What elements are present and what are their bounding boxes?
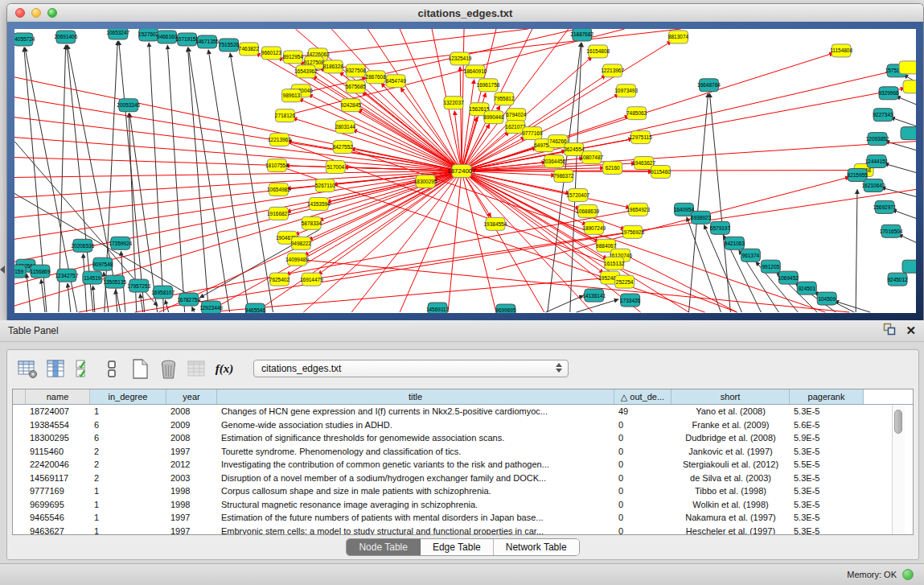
- graph-node[interactable]: 9329966: [878, 87, 899, 100]
- graph-node[interactable]: 7463822: [239, 43, 260, 56]
- graph-node[interactable]: 20691406: [54, 31, 77, 43]
- graph-node[interactable]: 20364456: [542, 155, 565, 168]
- graph-node[interactable]: 1733426: [620, 294, 641, 307]
- graph-node[interactable]: 19756928: [621, 225, 644, 238]
- graph-node[interactable]: 989613: [281, 89, 301, 102]
- tab-node-table[interactable]: Node Table: [347, 539, 421, 555]
- import-table-icon[interactable]: [186, 357, 207, 380]
- window-titlebar[interactable]: citations_edges.txt: [7, 4, 923, 23]
- graph-node[interactable]: 16914479: [300, 273, 323, 286]
- graph-node[interactable]: 114519: [83, 271, 102, 284]
- column-header[interactable]: title: [217, 389, 614, 404]
- graph-node[interactable]: 19654923: [626, 203, 650, 216]
- graph-node[interactable]: 8813074: [668, 31, 689, 43]
- graph-node[interactable]: 10973493: [614, 84, 638, 97]
- graph-node[interactable]: 5675685: [346, 80, 367, 93]
- graph-node[interactable]: 14136141: [582, 289, 606, 302]
- table-row[interactable]: 1830029562008Estimation of significance …: [13, 431, 913, 445]
- graph-node[interactable]: 10653247: [106, 29, 129, 39]
- vertical-scrollbar[interactable]: [892, 405, 905, 534]
- table-options-icon[interactable]: [17, 357, 38, 380]
- graph-node[interactable]: 9097548: [92, 257, 113, 270]
- graph-node[interactable]: 10807487: [580, 151, 603, 164]
- graph-node[interactable]: 19166827: [267, 207, 290, 220]
- graph-node[interactable]: 18107554: [265, 159, 289, 172]
- tab-network-table[interactable]: Network Table: [494, 539, 579, 555]
- graph-node[interactable]: 2718126: [275, 109, 296, 122]
- graph-node[interactable]: 62160: [603, 162, 622, 175]
- select-all-icon[interactable]: [73, 357, 94, 380]
- graph-node[interactable]: 8912954: [283, 51, 304, 64]
- graph-node[interactable]: 14671355: [195, 35, 219, 48]
- graph-node[interactable]: 18300295: [414, 175, 437, 187]
- graph-node[interactable]: 8427552: [333, 141, 354, 154]
- graph-node[interactable]: 20206536: [71, 239, 94, 252]
- graph-node[interactable]: 14099489: [285, 253, 309, 266]
- graph-node[interactable]: 14055724: [14, 33, 35, 46]
- column-header[interactable]: [13, 389, 26, 404]
- graph-node[interactable]: 16958107: [151, 286, 175, 299]
- zoom-window-icon[interactable]: [47, 8, 57, 18]
- graph-node[interactable]: 5267110: [315, 179, 335, 192]
- graph-node[interactable]: 11154808: [830, 44, 852, 57]
- graph-node[interactable]: 12213967: [601, 64, 624, 77]
- graph-node[interactable]: 9421063: [725, 237, 745, 249]
- graph-node[interactable]: 16543962: [294, 65, 318, 78]
- graph-node[interactable]: 1615132: [604, 257, 625, 270]
- graph-node[interactable]: 16210643: [862, 179, 885, 192]
- graph-node[interactable]: 2867608: [366, 71, 387, 84]
- close-window-icon[interactable]: [15, 8, 25, 18]
- network-graph[interactable]: 1405572420691406106532471527602946616010…: [14, 29, 916, 313]
- graph-node[interactable]: 9465546: [245, 303, 266, 313]
- float-window-icon[interactable]: [883, 323, 896, 339]
- graph-node[interactable]: [899, 61, 916, 74]
- table-row[interactable]: 911546021997Tourette syndrome. Phenomeno…: [13, 445, 913, 459]
- table-row[interactable]: 969969511998Structural magnetic resonanc…: [13, 498, 913, 512]
- graph-node[interactable]: 12923448: [199, 301, 223, 313]
- graph-node[interactable]: 14569117: [426, 303, 450, 313]
- graph-node[interactable]: 9660123: [261, 47, 282, 60]
- graph-node[interactable]: 991205: [761, 260, 780, 273]
- graph-node[interactable]: 1069452: [778, 271, 799, 284]
- graph-node[interactable]: 8938923: [691, 211, 712, 224]
- graph-node[interactable]: [901, 127, 916, 140]
- table-row[interactable]: 1456911722003Disruption of a novel membe…: [13, 472, 913, 485]
- graph-node[interactable]: 961374: [741, 249, 760, 262]
- column-header[interactable]: name: [26, 389, 90, 404]
- table-row[interactable]: 1938455462009Genome-wide association stu…: [13, 418, 913, 432]
- graph-node[interactable]: 12975115: [629, 131, 652, 144]
- graph-node[interactable]: 9466160: [157, 31, 178, 43]
- graph-node[interactable]: 7625402: [269, 273, 290, 286]
- graph-node[interactable]: 13505135: [103, 275, 126, 288]
- graph-node[interactable]: 9498222: [291, 237, 312, 249]
- delete-table-icon[interactable]: [158, 357, 179, 380]
- graph-node[interactable]: 1527602: [138, 29, 159, 41]
- graph-node[interactable]: 9242845: [341, 99, 362, 112]
- graph-node[interactable]: 12325419: [449, 52, 472, 65]
- minimize-window-icon[interactable]: [31, 8, 41, 18]
- graph-node[interactable]: 12213963: [268, 134, 291, 146]
- graph-node[interactable]: 10688639: [576, 204, 599, 217]
- collapse-panel-arrow-icon[interactable]: [0, 266, 5, 274]
- graph-node[interactable]: [903, 80, 916, 93]
- graph-node[interactable]: 15692971: [873, 200, 897, 213]
- graph-node[interactable]: 12093852: [866, 133, 889, 146]
- table-selector-dropdown[interactable]: citations_edges.txt: [253, 360, 569, 377]
- graph-node[interactable]: 6794024: [506, 109, 527, 122]
- graph-node[interactable]: 104509: [817, 292, 836, 305]
- graph-node[interactable]: 1322037: [443, 97, 464, 109]
- graph-node[interactable]: [902, 260, 916, 273]
- graph-node[interactable]: 8454749: [386, 75, 407, 88]
- column-header[interactable]: △ out_de...: [614, 389, 671, 404]
- graph-node[interactable]: 5878334: [302, 216, 322, 229]
- graph-node[interactable]: 18907249: [582, 221, 606, 234]
- graph-node[interactable]: 8990448: [483, 111, 504, 124]
- graph-node[interactable]: 15720407: [566, 188, 589, 201]
- graph-node[interactable]: 39159: [14, 265, 26, 278]
- graph-node[interactable]: 9777169: [522, 127, 543, 140]
- graph-node[interactable]: 9699695: [495, 304, 516, 313]
- graph-node[interactable]: 17016504: [880, 225, 903, 237]
- tab-edge-table[interactable]: Edge Table: [421, 539, 494, 555]
- close-panel-icon[interactable]: ✕: [906, 324, 916, 337]
- table-row[interactable]: 946554611997Estimation of the future num…: [13, 511, 913, 525]
